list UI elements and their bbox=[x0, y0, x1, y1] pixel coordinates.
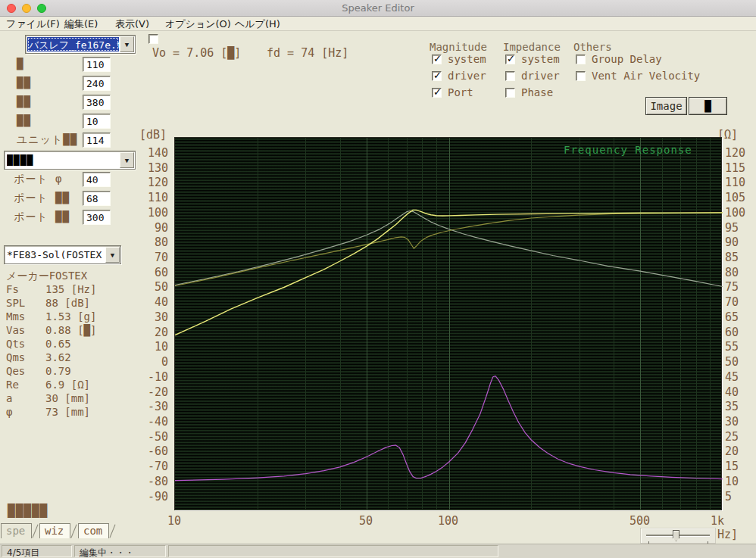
ohm-tick-label: 90 bbox=[725, 236, 739, 249]
db-tick-label: 40 bbox=[0, 296, 168, 309]
db-tick-label: 80 bbox=[0, 236, 168, 249]
checkbox-impedance-system[interactable]: ✓ bbox=[505, 55, 515, 64]
param-input[interactable]: 10 bbox=[83, 114, 111, 129]
ohm-tick-label: 75 bbox=[725, 281, 739, 294]
db-tick-label: 90 bbox=[0, 222, 168, 235]
group-title-others: Others bbox=[573, 41, 612, 53]
db-tick-label: -20 bbox=[0, 386, 168, 399]
db-tick-label: -90 bbox=[0, 491, 168, 503]
checkbox-impedance-phase[interactable] bbox=[505, 88, 515, 98]
response-curves bbox=[175, 138, 723, 511]
check-icon: ✓ bbox=[507, 53, 515, 64]
checkbox-label: Phase bbox=[521, 86, 553, 98]
fd-value: fd = 74 [Hz] bbox=[267, 46, 348, 60]
ohm-tick-label: 45 bbox=[725, 371, 739, 384]
tab-spe[interactable]: spe bbox=[1, 523, 32, 538]
checkbox-others-group-delay[interactable] bbox=[576, 55, 586, 64]
curve-system-impedance bbox=[175, 376, 723, 481]
check-icon: ✓ bbox=[433, 70, 442, 81]
ohm-tick-label: 115 bbox=[725, 162, 745, 175]
frequency-response-plot: Frequency Response bbox=[174, 137, 722, 510]
bottom-label: █████ bbox=[8, 503, 48, 518]
ohm-tick-label: 55 bbox=[725, 341, 739, 354]
curve-driver-magnitude bbox=[175, 213, 723, 286]
db-tick-label: 120 bbox=[0, 176, 168, 189]
status-section-3 bbox=[168, 545, 498, 557]
db-tick-label: -10 bbox=[0, 371, 168, 384]
chart-title: Frequency Response bbox=[564, 144, 692, 156]
ohm-tick-label: 5 bbox=[725, 491, 732, 503]
ohm-tick-label: 80 bbox=[725, 267, 739, 279]
freq-tick-label: 10 bbox=[167, 514, 181, 528]
checkbox-magnitude-system[interactable]: ✓ bbox=[432, 55, 442, 64]
group-title-magnitude: Magnitude bbox=[430, 41, 487, 53]
db-tick-label: 140 bbox=[0, 147, 168, 160]
tab-separator bbox=[32, 525, 38, 538]
status-section-2: 編集中・・・ bbox=[74, 545, 166, 557]
menu-bar: ファイル(F)編集(E)表示(V)オプション(O)ヘルプ(H) bbox=[0, 17, 756, 31]
checkbox-label: system bbox=[521, 53, 560, 65]
freq-tick-label: 50 bbox=[359, 514, 373, 528]
ohm-tick-label: 35 bbox=[725, 401, 739, 413]
ohm-tick-label: 30 bbox=[725, 416, 739, 429]
menu-item-1[interactable]: ファイル(F) bbox=[6, 17, 60, 31]
db-tick-label: -50 bbox=[0, 431, 168, 444]
zoom-slider-panel bbox=[640, 528, 716, 544]
param-input[interactable]: 240 bbox=[83, 76, 111, 91]
group-title-impedance: Impedance bbox=[503, 41, 561, 53]
checkbox-magnitude-port[interactable]: ✓ bbox=[432, 88, 442, 98]
ohm-tick-label: 95 bbox=[725, 222, 739, 235]
check-icon: ✓ bbox=[433, 86, 442, 98]
checkbox-impedance-driver[interactable] bbox=[505, 71, 515, 81]
checkbox-label: driver bbox=[448, 70, 486, 82]
save-button[interactable]: █ bbox=[689, 97, 727, 115]
db-tick-label: -30 bbox=[0, 401, 168, 413]
ohm-tick-label: 25 bbox=[725, 431, 739, 444]
db-tick-label: -70 bbox=[0, 460, 168, 473]
checkbox-magnitude-driver[interactable]: ✓ bbox=[432, 71, 442, 81]
param-input[interactable]: 110 bbox=[83, 57, 111, 72]
checkbox-others-vent-air-velocity[interactable] bbox=[576, 71, 586, 81]
param-input[interactable]: 380 bbox=[83, 95, 111, 110]
window-title: Speaker Editor bbox=[0, 2, 756, 14]
menu-item-2[interactable]: 編集(E) bbox=[64, 17, 98, 31]
title-bar: Speaker Editor bbox=[0, 0, 756, 17]
tab-com[interactable]: com bbox=[78, 523, 109, 538]
ohm-tick-label: 65 bbox=[725, 311, 739, 324]
tab-separator bbox=[70, 525, 77, 538]
left-axis-unit: [dB] bbox=[139, 128, 167, 142]
status-section-1: 4/5項目 bbox=[2, 545, 72, 557]
param-label: ユニット██ bbox=[17, 133, 77, 147]
tab-separator bbox=[109, 525, 115, 538]
param-label: ██ bbox=[17, 95, 31, 108]
ohm-tick-label: 100 bbox=[725, 207, 745, 220]
slider-thumb[interactable] bbox=[673, 530, 679, 541]
db-tick-label: 50 bbox=[0, 281, 168, 294]
menu-item-5[interactable]: ヘルプ(H) bbox=[235, 17, 280, 31]
ohm-tick-label: 15 bbox=[725, 460, 739, 473]
toolbar-checkbox[interactable] bbox=[148, 34, 158, 44]
param-label: ██ bbox=[17, 114, 31, 126]
menu-item-4[interactable]: オプション(O) bbox=[165, 17, 231, 31]
ohm-tick-label: 110 bbox=[725, 176, 745, 189]
file-combobox-value: バスレフ_fe167e.txt bbox=[27, 37, 119, 51]
freq-tick-label-last: 1k [Hz] bbox=[711, 514, 756, 541]
chevron-down-icon[interactable]: ▼ bbox=[120, 36, 134, 52]
ohm-tick-label: 105 bbox=[725, 192, 745, 204]
menu-item-3[interactable]: 表示(V) bbox=[115, 17, 149, 31]
db-tick-label: 130 bbox=[0, 162, 168, 175]
curve-port-magnitude bbox=[175, 211, 723, 287]
ohm-tick-label: 40 bbox=[725, 386, 739, 399]
image-button[interactable]: Image bbox=[645, 97, 687, 115]
checkbox-label: system bbox=[448, 53, 486, 65]
ohm-tick-label: 20 bbox=[725, 445, 739, 458]
freq-tick-label: 500 bbox=[629, 514, 650, 528]
db-tick-label: 100 bbox=[0, 207, 168, 220]
checkbox-label: driver bbox=[521, 70, 560, 82]
file-combobox[interactable]: バスレフ_fe167e.txt ▼ bbox=[25, 35, 136, 54]
checkbox-label: Vent Air Velocity bbox=[592, 70, 700, 82]
param-input[interactable]: 114 bbox=[83, 132, 111, 148]
db-tick-label: -60 bbox=[0, 445, 168, 458]
tab-wiz[interactable]: wiz bbox=[39, 523, 70, 538]
db-tick-label: 110 bbox=[0, 192, 168, 204]
